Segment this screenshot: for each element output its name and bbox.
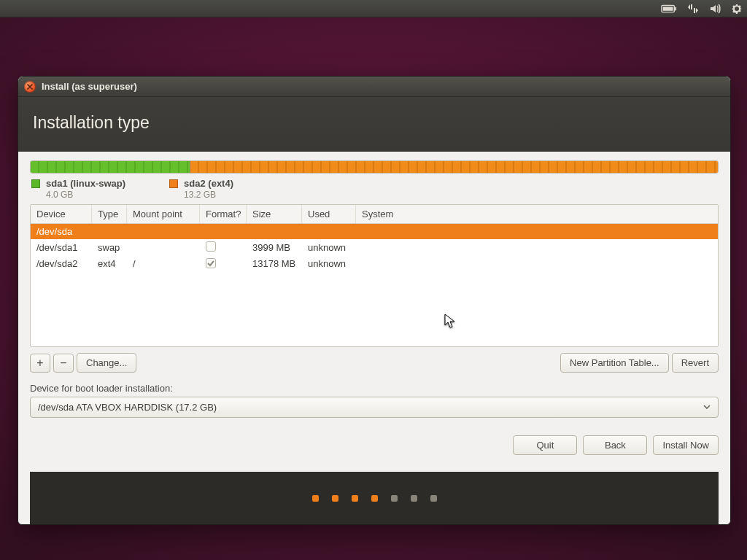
table-row[interactable]: /dev/sda2ext4/13178 MBunknown (31, 256, 718, 271)
cell-format[interactable] (200, 239, 247, 256)
cell-type: swap (92, 240, 127, 255)
cell-size: 3999 MB (247, 240, 302, 255)
content: sda1 (linux-swap)4.0 GBsda2 (ext4)13.2 G… (18, 152, 730, 524)
bootloader-select[interactable]: /dev/sda ATA VBOX HARDDISK (17.2 GB) (30, 397, 719, 418)
table-header: DeviceTypeMount pointFormat?SizeUsedSyst… (31, 205, 718, 224)
column-header[interactable]: Device (31, 205, 92, 223)
cell-device: /dev/sda2 (31, 256, 92, 271)
legend-name: sda2 (ext4) (184, 178, 233, 189)
new-partition-table-button[interactable]: New Partition Table... (560, 353, 669, 373)
column-header[interactable]: System (356, 205, 718, 223)
slideshow-dots (30, 472, 719, 524)
cell-system (356, 262, 718, 266)
cell-used: unknown (302, 240, 356, 255)
network-icon[interactable] (687, 3, 699, 15)
column-header[interactable]: Mount point (127, 205, 200, 223)
slideshow-dot[interactable] (430, 495, 437, 502)
installer-window: Install (as superuser) Installation type… (18, 76, 731, 525)
cell-type: ext4 (92, 256, 127, 271)
slideshow-dot[interactable] (332, 495, 338, 502)
table-row[interactable]: /dev/sda1swap3999 MBunknown (31, 239, 718, 256)
disk-legend: sda1 (linux-swap)4.0 GBsda2 (ext4)13.2 G… (31, 178, 717, 200)
slideshow-dot[interactable] (411, 495, 417, 502)
nav-buttons: Quit Back Install Now (30, 418, 719, 455)
quit-button[interactable]: Quit (513, 435, 577, 455)
usage-segment-swap[interactable] (31, 161, 190, 173)
cell-system (356, 246, 718, 250)
legend-item: sda1 (linux-swap)4.0 GB (31, 178, 125, 200)
column-header[interactable]: Type (92, 205, 127, 223)
chevron-down-icon (703, 402, 711, 413)
partition-buttons: + − Change... New Partition Table... Rev… (30, 353, 719, 373)
back-button[interactable]: Back (583, 435, 647, 455)
gear-icon[interactable] (731, 3, 743, 15)
table-body[interactable]: /dev/sda/dev/sda1swap3999 MBunknown/dev/… (31, 224, 718, 346)
bootloader-value: /dev/sda ATA VBOX HARDDISK (17.2 GB) (38, 402, 217, 413)
cell-used: unknown (302, 256, 356, 271)
cell-format[interactable] (200, 256, 247, 271)
close-icon[interactable] (24, 81, 36, 93)
slideshow-dot[interactable] (371, 495, 378, 502)
install-now-button[interactable]: Install Now (653, 435, 719, 455)
usage-segment-ext4[interactable] (190, 161, 718, 173)
column-header[interactable]: Size (247, 205, 302, 223)
slideshow-dot[interactable] (352, 495, 358, 502)
cell-size: 13178 MB (247, 256, 302, 271)
legend-size: 13.2 GB (184, 190, 233, 200)
svg-rect-2 (675, 7, 676, 10)
legend-size: 4.0 GB (46, 190, 125, 200)
cell-device: /dev/sda (31, 224, 718, 239)
slideshow-dot[interactable] (312, 495, 319, 502)
remove-partition-button[interactable]: − (53, 354, 74, 373)
bootloader-label: Device for boot loader installation: (30, 383, 719, 394)
legend-item: sda2 (ext4)13.2 GB (169, 178, 233, 200)
format-checkbox[interactable] (206, 241, 216, 252)
format-checkbox[interactable] (206, 258, 216, 268)
menubar (0, 0, 747, 18)
legend-swatch (31, 179, 40, 188)
svg-rect-1 (663, 7, 673, 11)
cell-mount: / (127, 256, 200, 271)
add-partition-button[interactable]: + (30, 354, 50, 373)
disk-usage-bar[interactable] (30, 160, 719, 174)
slideshow-dot[interactable] (391, 495, 398, 502)
page-title: Installation type (33, 113, 716, 133)
table-row-disk[interactable]: /dev/sda (31, 224, 718, 239)
cell-device: /dev/sda1 (31, 240, 92, 255)
column-header[interactable]: Used (302, 205, 356, 223)
change-partition-button[interactable]: Change... (77, 353, 136, 373)
battery-icon[interactable] (661, 4, 677, 13)
hero: Installation type (18, 97, 730, 152)
legend-swatch (169, 179, 178, 188)
revert-button[interactable]: Revert (672, 353, 719, 373)
window-title: Install (as superuser) (42, 81, 137, 92)
column-header[interactable]: Format? (200, 205, 247, 223)
sound-icon[interactable] (709, 3, 721, 15)
legend-name: sda1 (linux-swap) (46, 178, 125, 189)
cell-mount (127, 246, 200, 250)
partition-table[interactable]: DeviceTypeMount pointFormat?SizeUsedSyst… (30, 204, 719, 347)
titlebar[interactable]: Install (as superuser) (18, 77, 730, 97)
